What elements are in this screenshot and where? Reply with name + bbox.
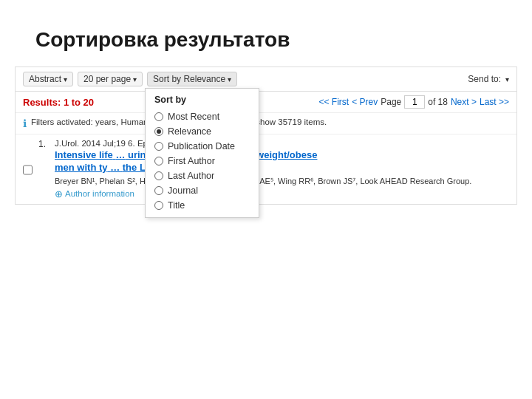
- perpage-arrow-icon: ▾: [133, 75, 137, 83]
- sort-title[interactable]: Title: [146, 198, 259, 213]
- sort-title-label: Title: [168, 200, 185, 211]
- send-to-label: Send to:: [468, 74, 501, 84]
- filters-row: ℹ Filters activated: years, Humans, Engl…: [16, 113, 516, 134]
- article-number: 1.: [38, 139, 49, 200]
- sort-publication-date-label: Publication Date: [168, 141, 235, 151]
- prev-page-link[interactable]: < Prev: [352, 97, 378, 107]
- sort-publication-date[interactable]: Publication Date: [146, 139, 259, 154]
- abstract-arrow-icon: ▾: [64, 75, 67, 83]
- info-icon: ℹ: [23, 117, 27, 129]
- article-row: 1. J.Urol. 2014 Jul;19 6. Epub 2014 Feb …: [16, 134, 516, 204]
- page-label: Page: [381, 97, 401, 107]
- sort-journal[interactable]: Journal: [146, 183, 259, 198]
- plus-icon: ⊕: [55, 188, 63, 200]
- next-page-link[interactable]: Next >: [451, 97, 477, 107]
- last-page-link[interactable]: Last >>: [480, 97, 509, 107]
- sort-journal-radio[interactable]: [154, 186, 163, 195]
- pubmed-interface: Abstract ▾ 20 per page ▾ Sort by Relevan…: [15, 66, 517, 205]
- article-journal: J.Urol. 2014 Jul;19 6. Epub 2014 Feb 14.: [55, 139, 509, 148]
- sort-relevance-radio[interactable]: [154, 127, 163, 136]
- sort-journal-label: Journal: [168, 185, 198, 196]
- sort-first-author-radio[interactable]: [154, 157, 163, 166]
- sort-last-author[interactable]: Last Author: [146, 168, 259, 183]
- sort-most-recent[interactable]: Most Recent: [146, 109, 259, 124]
- first-page-link[interactable]: << First: [319, 97, 349, 107]
- sort-most-recent-label: Most Recent: [168, 112, 219, 122]
- article-title[interactable]: Intensive life … urinary incontinence in…: [55, 149, 509, 174]
- article-authors: Breyer BN¹, Phelan S², Hogan PE³, Rosen …: [55, 177, 509, 186]
- page-number-input[interactable]: [404, 95, 425, 109]
- dropdown-title: Sort by: [146, 95, 259, 109]
- article-checkbox[interactable]: [23, 140, 33, 200]
- of-label: of 18: [428, 97, 448, 107]
- results-row: Results: 1 to 20 << First < Prev Page of…: [16, 92, 516, 113]
- sortby-arrow-icon: ▾: [228, 75, 231, 83]
- sort-relevance-label: Relevance: [168, 126, 211, 137]
- author-info-btn[interactable]: ⊕ Author information: [55, 188, 134, 200]
- sort-last-author-label: Last Author: [168, 171, 214, 181]
- perpage-btn[interactable]: 20 per page ▾: [78, 72, 143, 86]
- send-to-arrow-icon: ▾: [505, 75, 509, 83]
- sort-last-author-radio[interactable]: [154, 171, 163, 180]
- filters-label: Filters activated:: [31, 117, 93, 126]
- sortby-btn[interactable]: Sort by Relevance ▾: [147, 72, 237, 86]
- sortby-dropdown: Sort by Most Recent Relevance Publicatio…: [145, 88, 259, 218]
- sort-relevance[interactable]: Relevance: [146, 124, 259, 139]
- toolbar: Abstract ▾ 20 per page ▾ Sort by Relevan…: [16, 67, 516, 92]
- sort-first-author-label: First Author: [168, 156, 215, 166]
- article-content: J.Urol. 2014 Jul;19 6. Epub 2014 Feb 14.…: [55, 139, 509, 200]
- sort-publication-date-radio[interactable]: [154, 142, 163, 151]
- sort-title-radio[interactable]: [154, 201, 163, 210]
- sort-first-author[interactable]: First Author: [146, 154, 259, 168]
- pagination: << First < Prev Page of 18 Next > Last >…: [319, 95, 509, 109]
- abstract-btn[interactable]: Abstract ▾: [23, 72, 73, 86]
- slide-title: Сортировка результатов: [0, 0, 532, 66]
- sort-most-recent-radio[interactable]: [154, 112, 163, 121]
- filters-text: Filters activated: years, Humans, Englis…: [31, 117, 509, 126]
- author-info-label: Author information: [65, 189, 134, 198]
